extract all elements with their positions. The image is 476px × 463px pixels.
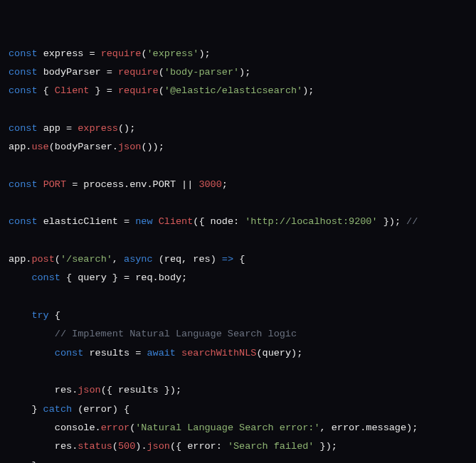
method-call: json bbox=[147, 441, 169, 452]
code-line: const express = require('express'); bbox=[9, 45, 467, 63]
identifier: query bbox=[78, 272, 107, 283]
identifier: error bbox=[83, 404, 112, 415]
code-line: const elasticClient = new Client({ node:… bbox=[9, 213, 467, 231]
code-line: try { bbox=[9, 307, 467, 325]
code-line: } bbox=[9, 457, 467, 464]
function-call: require bbox=[101, 48, 142, 59]
blank-line bbox=[9, 363, 467, 381]
identifier: app bbox=[43, 123, 60, 134]
identifier: res bbox=[193, 254, 210, 265]
identifier: query bbox=[263, 348, 292, 358]
class-name: Client bbox=[55, 85, 90, 96]
identifier: PORT bbox=[153, 179, 176, 190]
code-line: const app = express(); bbox=[9, 119, 467, 138]
number-literal: 500 bbox=[118, 441, 135, 452]
constant: PORT bbox=[43, 179, 66, 190]
identifier: app bbox=[9, 142, 26, 152]
function-call: require bbox=[118, 85, 159, 96]
identifier: body bbox=[159, 272, 181, 283]
identifier: res bbox=[55, 441, 72, 452]
method-call: use bbox=[31, 142, 48, 152]
identifier: error bbox=[332, 422, 361, 433]
identifier: elasticClient bbox=[43, 216, 118, 227]
identifier: bodyParser bbox=[43, 67, 101, 78]
code-line: const results = await searchWithNLS(quer… bbox=[9, 344, 467, 363]
method-call: status bbox=[78, 441, 112, 452]
string-literal: '@elastic/elasticsearch' bbox=[164, 85, 302, 96]
code-line: console.error('Natural Language Search e… bbox=[9, 419, 467, 437]
code-line: app.post('/search', async (req, res) => … bbox=[9, 250, 467, 269]
identifier: express bbox=[43, 48, 84, 59]
comment: // Implement Natural Language Search log… bbox=[55, 329, 297, 339]
comment: // bbox=[401, 216, 418, 227]
identifier: req bbox=[135, 272, 152, 283]
function-call: express bbox=[78, 123, 118, 134]
blank-line bbox=[9, 157, 467, 176]
identifier: app bbox=[9, 254, 26, 265]
code-line: const { query } = req.body; bbox=[9, 269, 467, 287]
code-line: } catch (error) { bbox=[9, 400, 467, 419]
keyword: const bbox=[9, 48, 38, 59]
keyword: const bbox=[9, 179, 38, 190]
code-line: res.json({ results }); bbox=[9, 381, 467, 400]
method-call: error bbox=[101, 422, 130, 433]
blank-line bbox=[9, 232, 467, 250]
number-literal: 3000 bbox=[199, 179, 221, 190]
code-editor: const express = require('express');const… bbox=[9, 45, 467, 463]
keyword: catch bbox=[43, 404, 73, 415]
function-call: require bbox=[118, 67, 159, 78]
identifier: bodyParser bbox=[55, 142, 112, 152]
method-call: post bbox=[31, 254, 54, 265]
keyword: await bbox=[147, 348, 176, 358]
code-line: const { Client } = require('@elastic/ela… bbox=[9, 82, 467, 100]
identifier: req bbox=[164, 254, 181, 265]
function-call: searchWithNLS bbox=[181, 348, 256, 358]
keyword: async bbox=[124, 254, 153, 265]
method-call: json bbox=[118, 142, 141, 152]
code-line: res.status(500).json({ error: 'Search fa… bbox=[9, 437, 467, 456]
code-line: const bodyParser = require('body-parser'… bbox=[9, 63, 467, 82]
arrow: => bbox=[222, 254, 233, 265]
string-literal: '/search' bbox=[60, 254, 112, 265]
keyword: new bbox=[135, 216, 152, 227]
string-literal: 'http://localhost:9200' bbox=[245, 216, 377, 227]
code-line: // Implement Natural Language Search log… bbox=[9, 325, 467, 344]
keyword: const bbox=[9, 216, 38, 227]
blank-line bbox=[9, 101, 467, 119]
keyword: const bbox=[31, 272, 60, 283]
identifier: console bbox=[55, 422, 95, 433]
keyword: const bbox=[55, 348, 84, 358]
keyword: try bbox=[31, 310, 48, 321]
class-name: Client bbox=[159, 216, 194, 227]
identifier: results bbox=[118, 385, 159, 395]
blank-line bbox=[9, 288, 467, 307]
method-call: json bbox=[78, 385, 100, 395]
identifier: env bbox=[129, 179, 147, 190]
code-line: app.use(bodyParser.json()); bbox=[9, 138, 467, 156]
string-literal: 'Natural Language Search error:' bbox=[135, 422, 319, 433]
keyword: const bbox=[9, 67, 38, 78]
identifier: res bbox=[55, 385, 72, 395]
keyword: const bbox=[9, 123, 38, 134]
string-literal: 'Search failed' bbox=[228, 441, 314, 452]
string-literal: 'body-parser' bbox=[164, 67, 239, 78]
property-key: node bbox=[211, 216, 233, 227]
identifier: message bbox=[366, 422, 406, 433]
string-literal: 'express' bbox=[147, 48, 199, 59]
identifier: results bbox=[89, 348, 129, 358]
identifier: process bbox=[83, 179, 124, 190]
keyword: const bbox=[9, 85, 38, 96]
blank-line bbox=[9, 194, 467, 213]
property-key: error bbox=[187, 441, 216, 452]
code-line: const PORT = process.env.PORT || 3000; bbox=[9, 176, 467, 194]
